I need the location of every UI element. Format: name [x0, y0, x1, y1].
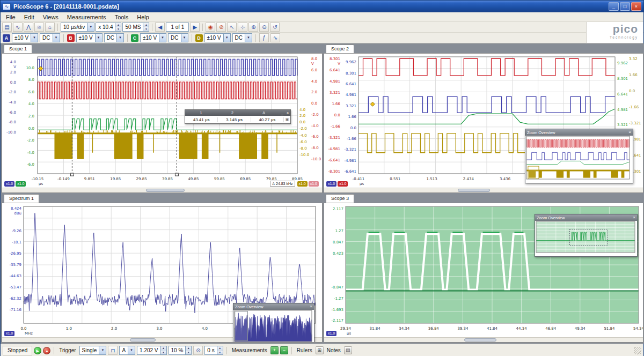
close-icon[interactable]: ×: [628, 130, 631, 135]
scope3-zoom-overview-plot[interactable]: [535, 221, 636, 254]
rulers-icon[interactable]: ⊞: [316, 346, 324, 354]
menu-file[interactable]: File: [2, 13, 20, 21]
tab-scope2[interactable]: Scope 2: [326, 44, 354, 53]
timebase-select[interactable]: 10 µs/div▼: [61, 23, 94, 32]
spectrum1-panel: Spectrum 1 8.424dBu-9.26-18.1-26.95-35.7…: [2, 194, 323, 343]
zoom-out-icon[interactable]: ⊖: [259, 23, 269, 32]
statusbar-separator: [291, 347, 292, 354]
tab-scope1[interactable]: Scope 1: [4, 44, 32, 53]
sample-count-input[interactable]: 50 MS▲▼: [122, 23, 149, 32]
scope3-hscrollbar[interactable]: [324, 337, 643, 342]
svg-text:89.85: 89.85: [292, 177, 303, 181]
add-measurement-button[interactable]: +: [270, 346, 279, 354]
next-page-button[interactable]: ▶: [190, 23, 200, 32]
trigger-level-input[interactable]: 1.202 V▲▼: [137, 346, 166, 355]
restore-button[interactable]: □: [620, 2, 630, 11]
resize-grip[interactable]: [634, 347, 641, 354]
trigger-marker[interactable]: [39, 66, 43, 71]
pointer-tool-icon[interactable]: ↖: [227, 23, 237, 32]
channel-c-coupling-select[interactable]: DC▼: [168, 33, 188, 42]
trigger-off-icon[interactable]: ⊘: [216, 23, 226, 32]
ruler-readout-box[interactable]: 1 2 Δ _ × 43.41 µs 3.145 µs 40.27 µs ▣: [185, 109, 291, 124]
undo-zoom-icon[interactable]: ↺: [270, 23, 280, 32]
spectrum-zoom-overview-window[interactable]: Zoom Overview ×: [233, 303, 314, 343]
minimize-readout-icon[interactable]: _: [280, 111, 285, 115]
scope2-zoom-overview-window[interactable]: Zoom Overview ×: [525, 129, 633, 183]
menu-help[interactable]: Help: [133, 13, 153, 21]
auto-setup-icon[interactable]: ⌂: [45, 23, 55, 32]
channel-a-range-select[interactable]: ±10 V▼: [12, 33, 38, 42]
chevron-down-icon[interactable]: ▼: [87, 23, 94, 31]
scope-mode-icon[interactable]: ∿: [13, 23, 23, 32]
scope3-zoom-overview-window[interactable]: Zoom Overview ×: [535, 214, 638, 257]
notes-icon[interactable]: ▤: [344, 346, 352, 354]
menu-views[interactable]: Views: [39, 13, 63, 21]
svg-text:39.34: 39.34: [457, 327, 469, 331]
rulers-button[interactable]: Rulers: [295, 347, 314, 353]
svg-text:-10.0: -10.0: [299, 153, 309, 157]
zoom-factor-input[interactable]: x 10.4▲▼: [96, 23, 121, 32]
remove-measurement-button[interactable]: −: [280, 346, 288, 354]
channel-d-range-select[interactable]: ±10 V▼: [204, 33, 231, 42]
trigger-marker[interactable]: [370, 102, 375, 106]
channel-b-label: B: [67, 34, 75, 42]
svg-text:-4.0: -4.0: [27, 151, 34, 155]
scrollbar-thumb[interactable]: [464, 338, 496, 342]
menu-measurements[interactable]: Measurements: [63, 13, 111, 21]
close-icon[interactable]: ×: [633, 215, 635, 220]
scrollbar-thumb[interactable]: [458, 189, 489, 192]
minimize-button[interactable]: _: [609, 2, 619, 11]
pre-trigger-input[interactable]: 10 %▲▼: [169, 346, 192, 355]
pan-tool-icon[interactable]: ⊹: [238, 23, 247, 32]
svg-text:6.641: 6.641: [617, 92, 628, 97]
zoom-selection[interactable]: [570, 229, 608, 246]
trigger-point-icon[interactable]: ◉: [206, 23, 215, 32]
close-icon[interactable]: ×: [310, 304, 312, 309]
trigger-mode-select[interactable]: Single▼: [79, 346, 107, 355]
channel-setup-icon[interactable]: ▤: [2, 23, 12, 32]
start-capture-button[interactable]: ▶: [34, 347, 41, 354]
spectrum-zoom-overview-plot[interactable]: [233, 310, 313, 343]
trigger-source-select[interactable]: A▼: [119, 346, 135, 355]
svg-text:0.423: 0.423: [333, 251, 343, 256]
scope1-hscrollbar[interactable]: [2, 188, 322, 192]
menu-tools[interactable]: Tools: [111, 13, 133, 21]
close-button[interactable]: ×: [631, 2, 641, 11]
prev-page-button[interactable]: ◀: [155, 23, 165, 32]
svg-text:49.34: 49.34: [575, 327, 586, 331]
stop-capture-button[interactable]: ●: [43, 347, 50, 354]
spectrum-mode-icon[interactable]: ⋀: [24, 23, 33, 32]
close-readout-icon[interactable]: ×: [285, 111, 290, 115]
zoom-selection[interactable]: [235, 312, 248, 341]
trigger-edge-icon[interactable]: ⊓: [108, 346, 118, 355]
zoom-selection[interactable]: [528, 166, 539, 179]
measurements-button[interactable]: Measurements: [230, 347, 269, 353]
scope2-zoom-overview-plot[interactable]: [525, 136, 631, 181]
channel-a-coupling-select[interactable]: DC▼: [40, 33, 60, 42]
channel-c-range-select[interactable]: ±10 V▼: [140, 33, 166, 42]
signal-generator-icon[interactable]: ∿: [270, 33, 280, 42]
zoom-in-icon[interactable]: ⊕: [248, 23, 258, 32]
scrollbar-thumb[interactable]: [146, 189, 185, 192]
math-channel-icon[interactable]: ƒ: [259, 33, 269, 42]
trigger-delay-icon[interactable]: ⊙: [193, 346, 203, 355]
svg-text:-10.15: -10.15: [32, 177, 44, 181]
scrollbar-thumb[interactable]: [130, 338, 156, 342]
persistence-mode-icon[interactable]: ≋: [34, 23, 44, 32]
channel-d-coupling-select[interactable]: DC▼: [232, 33, 252, 42]
channel-b-range-select[interactable]: ±10 V▼: [76, 33, 103, 42]
menu-edit[interactable]: Edit: [20, 13, 39, 21]
svg-text:49.85: 49.85: [188, 177, 199, 181]
app-icon: ∿: [3, 3, 11, 10]
toolbar-separator: [63, 34, 64, 42]
tab-scope3[interactable]: Scope 3: [326, 194, 354, 203]
scope2-hscrollbar[interactable]: [324, 188, 643, 192]
tab-spectrum1[interactable]: Spectrum 1: [4, 194, 39, 203]
channel-b-coupling-select[interactable]: DC▼: [104, 33, 124, 42]
svg-text:4.0: 4.0: [202, 327, 208, 331]
svg-text:0.0: 0.0: [299, 120, 305, 124]
trigger-delay-input[interactable]: 0 s▲▼: [204, 346, 223, 355]
statusbar-separator: [226, 347, 227, 354]
notes-button[interactable]: Notes: [325, 347, 342, 353]
lock-icon[interactable]: ▣: [284, 117, 290, 122]
